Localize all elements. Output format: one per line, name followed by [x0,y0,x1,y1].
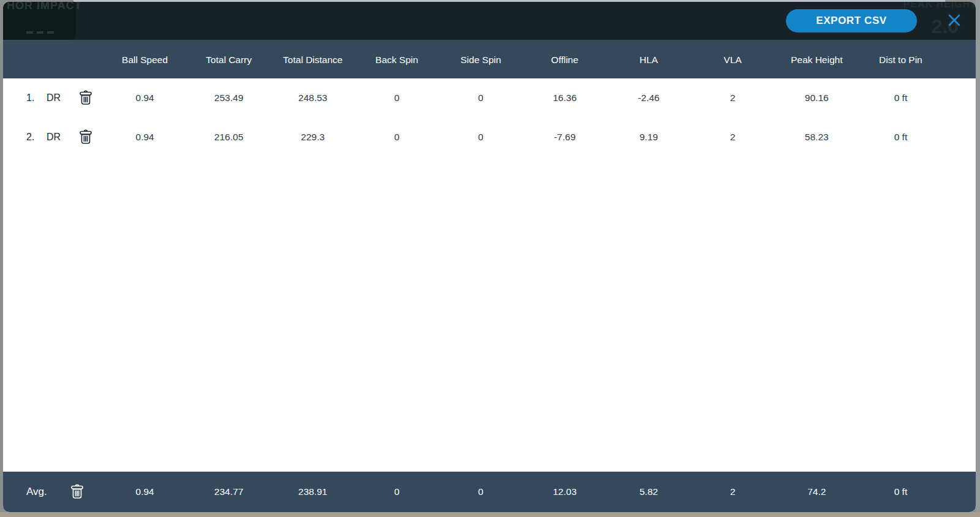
ghost-hor-impact-label: HOR IMPACT [7,2,82,12]
average-label: Avg. [26,486,69,498]
column-header-side-spin: Side Spin [439,55,523,66]
export-csv-button[interactable]: EXPORT CSV [786,9,917,32]
avg-side-spin: 0 [439,486,523,497]
trash-icon [69,483,85,500]
cell-total-distance: 229.3 [271,132,354,143]
avg-total-distance: 238.91 [271,486,354,497]
column-header-dist-to-pin: Dist to Pin [859,55,943,66]
cell-back-spin: 0 [355,132,439,143]
club-label: DR [47,92,69,104]
avg-offline: 12.03 [523,486,607,497]
column-header-back-spin: Back Spin [355,55,439,66]
column-header-peak-height: Peak Height [775,55,859,66]
cell-ball-speed: 0.94 [103,92,187,104]
trash-icon [78,89,94,107]
cell-vla: 2 [690,132,774,143]
column-header-vla: VLA [690,55,774,66]
avg-hla: 5.82 [607,486,690,497]
trash-icon [78,129,94,146]
cell-offline: 16.36 [523,92,607,104]
cell-vla: 2 [690,92,774,104]
column-header-offline: Offline [523,55,607,66]
table-body: 1. DR 0.94 253.49 248.53 0 0 [3,78,976,472]
cell-back-spin: 0 [355,92,439,104]
avg-vla: 2 [690,486,774,497]
cell-hla: 9.19 [607,132,690,143]
column-header-total-distance: Total Distance [271,55,354,66]
background-right-sliver [976,0,980,517]
cell-total-distance: 248.53 [271,92,354,104]
ghost-dashes [26,31,54,34]
shot-number: 2. [26,132,47,143]
delete-shot-button[interactable] [77,129,94,146]
cell-peak-height: 90.16 [775,92,859,104]
shot-data-modal: HOR IMPACT PEAK HEIGHT 2.0 EXPORT CSV Ba… [3,2,976,512]
ghost-peak-height-label: PEAK HEIGHT [903,2,976,10]
avg-peak-height: 74.2 [775,486,859,497]
close-button[interactable] [946,12,962,28]
cell-dist-to-pin: 0 ft [859,92,943,104]
cell-side-spin: 0 [439,92,523,104]
cell-total-carry: 216.05 [187,132,271,143]
background-ghost-panel: HOR IMPACT [3,2,76,40]
table-header-row: Ball Speed Total Carry Total Distance Ba… [3,40,976,78]
cell-hla: -2.46 [607,92,690,104]
shot-number: 1. [26,92,47,104]
column-header-ball-speed: Ball Speed [103,55,187,66]
avg-dist-to-pin: 0 ft [859,486,943,497]
avg-total-carry: 234.77 [187,486,271,497]
cell-total-carry: 253.49 [187,92,271,104]
cell-dist-to-pin: 0 ft [859,132,943,143]
table-row: 2. DR 0.94 216.05 229.3 0 0 [3,118,976,157]
avg-back-spin: 0 [355,486,439,497]
column-header-hla: HLA [607,55,690,66]
average-row: Avg. 0.94 234.77 238.91 0 0 12.03 5.82 2… [3,472,976,512]
close-icon [947,13,962,28]
cell-side-spin: 0 [439,132,523,143]
delete-shot-button[interactable] [77,89,94,107]
cell-offline: -7.69 [523,132,607,143]
table-row: 1. DR 0.94 253.49 248.53 0 0 [3,78,976,118]
avg-ball-speed: 0.94 [103,486,187,497]
delete-all-button[interactable] [69,483,85,501]
cell-ball-speed: 0.94 [103,132,187,143]
cell-peak-height: 58.23 [775,132,859,143]
column-header-total-carry: Total Carry [187,55,271,66]
modal-topbar: HOR IMPACT PEAK HEIGHT 2.0 EXPORT CSV [3,2,976,40]
club-label: DR [47,132,69,143]
background-bottom-sliver [0,512,980,517]
